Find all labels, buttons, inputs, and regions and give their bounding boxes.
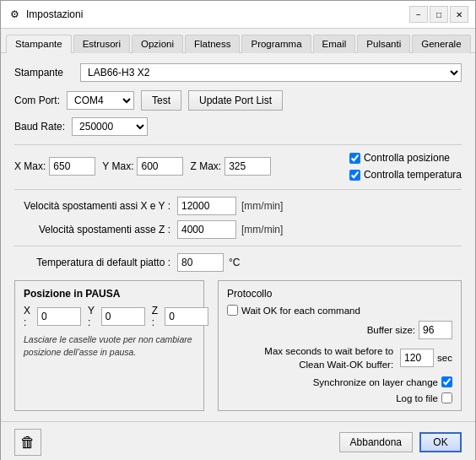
velocity-xy-row: Velocità spostamenti assi X e Y : [mm/mi…	[14, 197, 462, 215]
footer: 🗑 Abbandona OK	[1, 421, 475, 460]
xyz-max-row: X Max: Y Max: Z Max:	[14, 157, 271, 176]
trash-button[interactable]: 🗑	[14, 429, 41, 456]
close-button[interactable]: ✕	[450, 6, 468, 23]
velocity-z-label: Velocità spostamenti asse Z :	[14, 224, 170, 235]
abbandona-button[interactable]: Abbandona	[339, 432, 413, 452]
pausa-y-label: Y :	[88, 305, 95, 328]
comport-row: Com Port: COM4 Test Update Port List	[14, 90, 462, 111]
controlla-temperatura-checkbox[interactable]	[349, 170, 360, 181]
velocity-z-unit: [mm/min]	[241, 224, 283, 235]
tab-programma[interactable]: Programma	[241, 35, 311, 53]
y-max-group: Y Max:	[102, 157, 183, 176]
tab-stampante[interactable]: Stampante	[6, 35, 72, 53]
tab-bar: Stampante Estrusori Opzioni Flatness Pro…	[1, 29, 475, 53]
x-max-label: X Max:	[14, 160, 46, 172]
y-max-label: Y Max:	[102, 160, 133, 172]
clean-wait-unit: sec	[437, 353, 452, 363]
x-max-input[interactable]	[49, 157, 95, 176]
pausa-x-label: X :	[24, 305, 30, 328]
sync-row: Synchronize on layer change	[227, 376, 452, 387]
sync-label: Synchronize on layer change	[313, 377, 438, 387]
y-max-input[interactable]	[137, 157, 183, 176]
footer-buttons: Abbandona OK	[339, 432, 462, 452]
tab-flatness[interactable]: Flatness	[185, 35, 240, 53]
maximize-button[interactable]: □	[430, 6, 448, 23]
title-bar: ⚙ Impostazioni − □ ✕	[1, 1, 475, 29]
temperature-label: Temperatura di default piatto :	[14, 257, 170, 268]
divider-2	[14, 189, 462, 190]
controlla-posizione-group: Controlla posizione	[349, 152, 450, 164]
pausa-xyz-row: X : Y : Z :	[24, 305, 195, 328]
title-bar-left: ⚙ Impostazioni	[8, 8, 83, 21]
stampante-select[interactable]: LAB66-H3 X2	[80, 63, 462, 82]
z-max-group: Z Max:	[190, 157, 271, 176]
main-window: ⚙ Impostazioni − □ ✕ Stampante Estrusori…	[0, 0, 476, 460]
ok-button[interactable]: OK	[419, 432, 462, 452]
controlla-temperatura-group: Controlla temperatura	[349, 169, 462, 181]
divider-3	[14, 246, 462, 246]
stampante-row: Stampante LAB66-H3 X2	[14, 63, 462, 82]
update-port-list-button[interactable]: Update Port List	[188, 90, 283, 111]
bottom-section: Posizione in PAUSA X : Y : Z : Lasciare …	[14, 280, 462, 411]
log-label: Log to file	[396, 393, 438, 403]
stampante-label: Stampante	[14, 67, 73, 78]
x-max-group: X Max:	[14, 157, 95, 176]
window-title: Impostazioni	[26, 8, 83, 20]
velocity-xy-label: Velocità spostamenti assi X e Y :	[14, 200, 170, 212]
controlla-posizione-label: Controlla posizione	[364, 152, 450, 164]
buffer-input[interactable]	[419, 321, 452, 339]
divider-1	[14, 144, 462, 145]
clean-wait-label: Max seconds to wait before toClean Wait-…	[264, 344, 393, 371]
pausa-note: Lasciare le caselle vuote per non cambia…	[24, 333, 195, 358]
tab-estrusori[interactable]: Estrusori	[73, 35, 130, 53]
tab-opzioni[interactable]: Opzioni	[132, 35, 183, 53]
velocity-xy-input[interactable]	[177, 197, 236, 215]
z-max-input[interactable]	[224, 157, 271, 176]
wait-ok-label: Wait OK for each command	[241, 306, 360, 316]
tab-pulsanti[interactable]: Pulsanti	[357, 35, 410, 53]
tab-email[interactable]: Email	[313, 35, 356, 53]
protocollo-title: Protocollo	[227, 288, 452, 300]
pausa-z-input[interactable]	[165, 307, 208, 326]
pausa-box: Posizione in PAUSA X : Y : Z : Lasciare …	[14, 280, 204, 411]
controlla-posizione-checkbox[interactable]	[349, 153, 360, 164]
pausa-z-label: Z :	[152, 305, 158, 328]
clean-wait-input[interactable]	[400, 349, 434, 367]
temperature-unit: °C	[229, 257, 240, 268]
protocollo-box: Protocollo Wait OK for each command Buff…	[218, 280, 462, 411]
z-max-label: Z Max:	[190, 160, 221, 172]
comport-label: Com Port:	[14, 95, 60, 106]
baud-row: Baud Rate: 250000	[14, 117, 462, 136]
buffer-label: Buffer size:	[367, 325, 415, 335]
log-checkbox[interactable]	[441, 392, 452, 403]
controlla-temperatura-label: Controlla temperatura	[364, 169, 462, 181]
pausa-x-input[interactable]	[37, 307, 81, 326]
clean-wait-row: Max seconds to wait before toClean Wait-…	[227, 344, 452, 371]
baud-select[interactable]: 250000	[72, 117, 148, 136]
temperature-row: Temperatura di default piatto : °C	[14, 253, 462, 272]
temperature-input[interactable]	[177, 253, 224, 272]
content-area: Stampante LAB66-H3 X2 Com Port: COM4 Tes…	[1, 53, 475, 421]
log-row: Log to file	[227, 392, 452, 403]
window-icon: ⚙	[8, 8, 21, 21]
test-button[interactable]: Test	[141, 90, 181, 111]
title-buttons: − □ ✕	[409, 6, 468, 23]
tab-generale[interactable]: Generale	[412, 35, 470, 53]
wait-ok-checkbox[interactable]	[227, 305, 238, 316]
pausa-title: Posizione in PAUSA	[24, 288, 195, 300]
sync-checkbox[interactable]	[441, 376, 452, 387]
wait-ok-row: Wait OK for each command	[227, 305, 452, 316]
minimize-button[interactable]: −	[409, 6, 428, 23]
comport-select[interactable]: COM4	[67, 91, 134, 110]
velocity-xy-unit: [mm/min]	[241, 200, 283, 212]
baud-label: Baud Rate:	[14, 121, 65, 133]
buffer-row: Buffer size:	[227, 321, 452, 339]
velocity-z-row: Velocità spostamenti asse Z : [mm/min]	[14, 220, 462, 239]
pausa-y-input[interactable]	[101, 307, 145, 326]
velocity-z-input[interactable]	[177, 220, 236, 239]
